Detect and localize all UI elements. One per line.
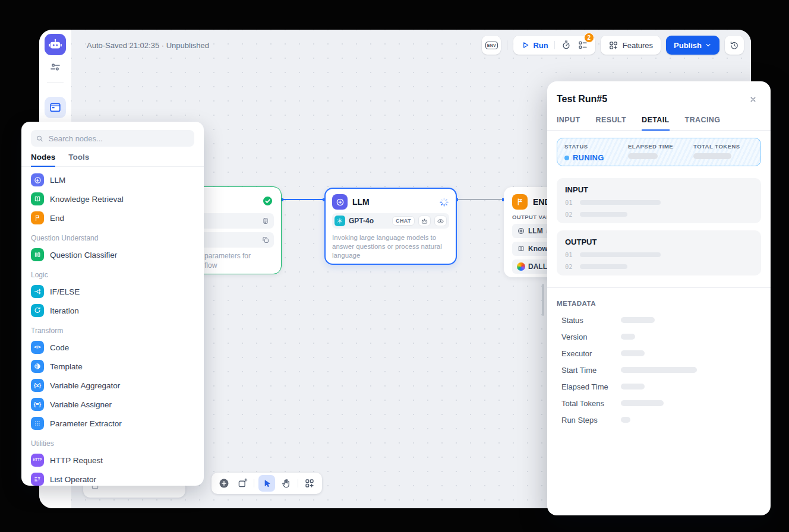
add-node-button[interactable] <box>217 476 231 490</box>
node-list: LLM Knowledge Retrieval End Question Und… <box>21 167 204 486</box>
node-item-label: Question Classifier <box>50 251 117 259</box>
value-placeholder <box>621 367 697 373</box>
group-divider <box>554 41 555 49</box>
output-section-title: OUTPUT <box>565 238 753 246</box>
sidebar-divider <box>47 82 64 83</box>
node-item-question-classifier[interactable]: Question Classifier <box>26 245 199 264</box>
llm-node-icon <box>332 194 348 210</box>
hand-mode-button[interactable] <box>279 476 293 490</box>
version-history-button[interactable] <box>725 36 744 55</box>
node-item-http-request[interactable]: HTTP HTTP Request <box>26 451 199 470</box>
node-item-list-operator[interactable]: List Operator <box>26 470 199 486</box>
publish-button-label: Publish <box>674 41 702 50</box>
metadata-row: Start Time <box>557 362 761 378</box>
tab-tools[interactable]: Tools <box>68 153 89 166</box>
metadata-label: Executor <box>557 349 621 358</box>
total-tokens-label: TOTAL TOKENS <box>693 143 753 150</box>
edge-start-to-llm[interactable] <box>282 199 324 200</box>
run-status-card: STATUS RUNING ELAPSED TIME TOTAL TOKENS <box>557 138 761 166</box>
checklist-button[interactable]: 2 <box>577 40 588 50</box>
running-spinner-icon <box>439 197 449 207</box>
dall-e-icon <box>517 262 525 271</box>
node-item-knowledge-retrieval[interactable]: Knowledge Retrieval <box>26 189 199 208</box>
features-grid-icon <box>608 40 618 50</box>
section-heading: Question Understand <box>26 227 199 245</box>
node-panel-tabs: Nodes Tools <box>21 147 204 167</box>
line-number: 01 <box>565 251 573 258</box>
close-button[interactable] <box>746 92 760 106</box>
template-icon <box>31 360 44 373</box>
if-else-icon <box>31 285 44 298</box>
value-placeholder <box>621 417 630 423</box>
node-item-template[interactable]: Template <box>26 357 199 376</box>
tab-input[interactable]: INPUT <box>557 116 580 130</box>
search-icon <box>36 134 44 143</box>
status-label: STATUS <box>564 143 628 150</box>
metadata-row: Executor <box>557 345 761 362</box>
llm-icon <box>335 197 345 207</box>
metadata-label: Start Time <box>557 366 621 375</box>
metadata-label: Total Tokens <box>557 399 621 408</box>
node-item-end[interactable]: End <box>26 208 199 227</box>
node-item-variable-aggregator[interactable]: {x} Variable Aggregator <box>26 376 199 395</box>
publish-button[interactable]: Publish <box>666 36 719 55</box>
search-input[interactable] <box>48 134 190 144</box>
start-node-description: parameters for flow <box>204 251 251 270</box>
node-item-if-else[interactable]: IF/ELSE <box>26 282 199 301</box>
run-button[interactable]: Run <box>520 40 548 50</box>
book-icon <box>517 245 525 253</box>
node-item-code[interactable]: </> Code <box>26 338 199 357</box>
autosave-status: Auto-Saved 21:02:35 · Unpublished <box>87 41 209 50</box>
history-icon <box>729 40 740 50</box>
test-run-panel: Test Run#5 INPUT RESULT DETAIL TRACING S… <box>547 81 771 515</box>
node-search-box[interactable] <box>31 130 194 147</box>
cursor-icon <box>262 479 272 489</box>
vision-robot-chip <box>418 216 431 226</box>
llm-node-description: Invoking large language models to answer… <box>326 229 456 260</box>
success-check-badge <box>262 195 273 207</box>
add-note-button[interactable] <box>235 476 250 490</box>
workflow-settings-button[interactable] <box>49 61 62 74</box>
llm-node[interactable]: LLM <box>324 188 457 265</box>
end-node-icon <box>512 194 528 210</box>
tab-detail[interactable]: DETAIL <box>642 116 670 130</box>
canvas-scrollbar[interactable] <box>542 284 544 316</box>
output-row: 02 <box>565 263 753 270</box>
features-button[interactable]: Features <box>601 36 661 55</box>
variable-assigner-icon: {=} <box>31 398 44 411</box>
node-item-llm[interactable]: LLM <box>26 170 199 189</box>
http-request-icon: HTTP <box>31 454 44 467</box>
copy-icon <box>261 236 270 244</box>
tab-tracing[interactable]: TRACING <box>685 116 721 130</box>
code-icon: </> <box>31 341 44 354</box>
run-button-label: Run <box>533 41 548 50</box>
node-item-variable-assigner[interactable]: {=} Variable Assigner <box>26 395 199 414</box>
node-item-parameter-extractor[interactable]: Parameter Extractor <box>26 414 199 433</box>
play-icon <box>520 40 530 50</box>
pointer-mode-button[interactable] <box>258 475 275 492</box>
llm-icon <box>517 227 525 235</box>
knowledge-retrieval-icon <box>31 192 44 205</box>
organize-nodes-button[interactable] <box>302 476 317 490</box>
node-item-label: Knowledge Retrieval <box>50 195 124 204</box>
list-operator-icon <box>31 473 44 486</box>
edge-llm-to-end[interactable] <box>456 199 504 200</box>
tab-nodes[interactable]: Nodes <box>31 153 55 166</box>
run-history-shortcut-button[interactable] <box>561 40 572 50</box>
env-variables-button[interactable]: ENV <box>482 36 501 55</box>
app-logo[interactable] <box>45 34 66 55</box>
metadata-label: Run Steps <box>557 416 621 425</box>
status-value: RUNING <box>564 153 628 162</box>
node-item-label: Variable Aggregator <box>50 381 120 390</box>
tab-result[interactable]: RESULT <box>596 116 626 130</box>
input-row: 01 <box>565 199 753 206</box>
node-item-iteration[interactable]: Iteration <box>26 301 199 320</box>
iteration-icon <box>31 304 44 317</box>
llm-model-selector[interactable]: GPT-4o CHAT <box>332 213 449 229</box>
node-panel-toggle-button[interactable] <box>45 97 66 118</box>
stopwatch-icon <box>561 40 572 50</box>
value-placeholder <box>580 212 627 217</box>
node-item-label: Template <box>50 362 83 371</box>
running-dot-icon <box>564 156 569 160</box>
toolbar-divider <box>254 479 254 487</box>
